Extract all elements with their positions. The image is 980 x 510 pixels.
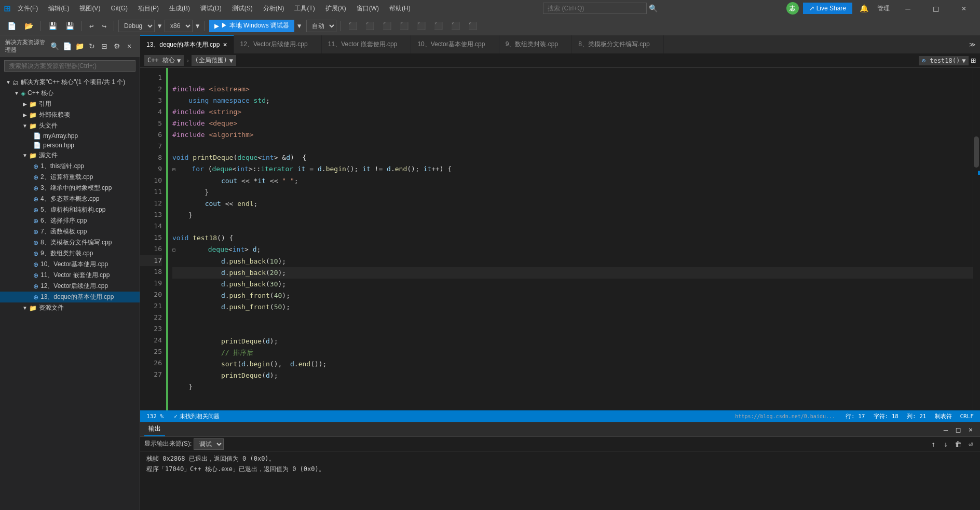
context-function[interactable]: ⊙ test18() ▼ (919, 56, 969, 65)
toolbar-undo[interactable]: ↩ (86, 20, 97, 32)
toolbar-save-all[interactable]: 💾 (62, 20, 77, 32)
tree-file-7[interactable]: ⊕8、类模板分文件编写.cpp (0, 237, 140, 248)
toolbar-debug-8[interactable]: ⬛ (465, 20, 480, 32)
panel-close-icon[interactable]: × (965, 424, 976, 435)
live-share-button[interactable]: ↗ Live Share (803, 3, 852, 14)
vertical-scrollbar[interactable] (973, 68, 980, 410)
tree-external-deps[interactable]: ▶ 📁 外部依赖项 (0, 109, 140, 120)
sidebar-collapse-icon[interactable]: ⊟ (99, 41, 110, 51)
sidebar-search-icon[interactable]: 🔍 (49, 41, 60, 51)
tab-0-close[interactable]: × (223, 40, 227, 49)
tree-file-12[interactable]: ⊕13、deque的基本使用.cpp (0, 292, 140, 302)
status-tab-type[interactable]: 制表符 (933, 412, 954, 420)
panel-expand-icon[interactable]: □ (953, 424, 963, 435)
sidebar-refresh-icon[interactable]: ↻ (87, 41, 97, 51)
tree-sources[interactable]: ▼ 📁 源文件 (0, 150, 140, 161)
tab-0[interactable]: 13、deque的基本使用.cpp × (140, 35, 234, 53)
tree-resources[interactable]: ▼ 📁 资源文件 (0, 302, 140, 313)
tree-file-3[interactable]: ⊕4、多态基本概念.cpp (0, 194, 140, 204)
menu-view[interactable]: 视图(V) (75, 2, 104, 15)
debug-config-dropdown[interactable]: Debug (118, 20, 155, 32)
sidebar-new-folder-icon[interactable]: 📁 (74, 41, 85, 51)
menu-file[interactable]: 文件(F) (13, 2, 42, 15)
title-search-input[interactable] (543, 3, 647, 14)
code-content[interactable]: #include <iostream> using namespace std;… (168, 68, 973, 410)
sidebar-settings-icon[interactable]: ⚙ (112, 41, 122, 51)
tree-file-10[interactable]: ⊕11、Vector 嵌套使用.cpp (0, 270, 140, 281)
sidebar-search-input[interactable] (4, 60, 135, 72)
tree-file-9[interactable]: ⊕10、Vector基本使用.cpp (0, 259, 140, 270)
menu-test[interactable]: 测试(S) (228, 2, 257, 15)
status-problems[interactable]: ✓ 未找到相关问题 (172, 412, 222, 420)
menu-extensions[interactable]: 扩展(X) (321, 2, 350, 15)
toolbar-open[interactable]: 📂 (21, 20, 36, 32)
tree-solution[interactable]: ▼ 🗂 解决方案"C++ 核心"(1 个项目/共 1 个) (0, 77, 140, 88)
tree-file-0[interactable]: ⊕1、this指针.cpp (0, 161, 140, 172)
context-scope[interactable]: (全局范围) ▼ (192, 55, 236, 66)
status-col[interactable]: 列: 21 (905, 412, 929, 420)
sidebar-close-icon[interactable]: × (124, 41, 134, 51)
toolbar-redo[interactable]: ↪ (99, 20, 109, 32)
tree-file-6[interactable]: ⊕7、函数模板.cpp (0, 226, 140, 237)
status-zoom[interactable]: 132 % (144, 413, 166, 420)
tree-headers[interactable]: ▼ 📁 头文件 (0, 120, 140, 131)
close-button[interactable]: × (952, 0, 976, 17)
menu-tools[interactable]: 工具(T) (290, 2, 319, 15)
menu-edit[interactable]: 编辑(E) (44, 2, 73, 15)
notifications-icon[interactable]: 🔔 (856, 1, 871, 16)
tab-4[interactable]: 9、数组类封装.cpp × (499, 35, 573, 53)
scrollbar-thumb[interactable] (974, 136, 979, 168)
toolbar-debug-3[interactable]: ⬛ (379, 20, 394, 32)
menu-project[interactable]: 项目(P) (134, 2, 163, 15)
tree-myarray[interactable]: 📄 myArray.hpp (0, 131, 140, 141)
tab-2[interactable]: 11、Vector 嵌套使用.cpp × (322, 35, 412, 53)
status-char[interactable]: 字符: 18 (872, 412, 901, 420)
tree-file-8[interactable]: ⊕9、数组类封装.cpp (0, 248, 140, 259)
run-button[interactable]: ▶ ▶ 本地 Windows 调试器 (209, 20, 294, 32)
platform-dropdown[interactable]: x86 (165, 20, 193, 32)
toolbar-debug-7[interactable]: ⬛ (448, 20, 463, 32)
minimize-button[interactable]: — (896, 0, 920, 17)
tab-5[interactable]: 8、类模板分文件编写.cpp × (572, 35, 664, 53)
tab-3[interactable]: 10、Vector基本使用.cpp × (411, 35, 499, 53)
toolbar-debug-4[interactable]: ⬛ (397, 20, 412, 32)
context-language[interactable]: C++ 核心 ▼ (144, 55, 184, 66)
editor-split-icon[interactable]: ⊞ (971, 56, 976, 65)
panel-minimize-icon[interactable]: — (941, 424, 951, 435)
tabs-more-button[interactable]: ≫ (965, 41, 980, 48)
auto-dropdown[interactable]: 自动 (306, 20, 336, 32)
tree-person[interactable]: 📄 person.hpp (0, 141, 140, 150)
tree-file-4[interactable]: ⊕5、虚析构和纯析构.cpp (0, 204, 140, 215)
menu-analyze[interactable]: 分析(N) (259, 2, 289, 15)
tree-project[interactable]: ▼ ◈ C++ 核心 (0, 88, 140, 99)
menu-git[interactable]: Git(G) (106, 3, 132, 14)
toolbar-new[interactable]: 📄 (4, 20, 19, 32)
sidebar-new-file-icon[interactable]: 📄 (62, 41, 72, 51)
tree-references[interactable]: ▶ 📁 引用 (0, 99, 140, 109)
toolbar-debug-5[interactable]: ⬛ (414, 20, 429, 32)
menu-window[interactable]: 窗口(W) (352, 2, 383, 15)
panel-tab-output[interactable]: 输出 (144, 422, 165, 436)
toolbar-debug-1[interactable]: ⬛ (345, 20, 360, 32)
toolbar-debug-2[interactable]: ⬛ (362, 20, 377, 32)
panel-clear-icon[interactable]: 🗑 (953, 439, 963, 449)
status-url[interactable]: https://blog.csdn.net/0.baidu... (733, 413, 837, 419)
panel-down-icon[interactable]: ↓ (941, 439, 951, 449)
tree-file-2[interactable]: ⊕3、继承中的对象模型.cpp (0, 183, 140, 194)
panel-wrap-icon[interactable]: ⏎ (965, 439, 976, 449)
maximize-button[interactable]: □ (924, 0, 948, 17)
tab-1[interactable]: 12、Vector后续使用.cpp × (234, 35, 322, 53)
tree-file-5[interactable]: ⊕6、选择排序.cpp (0, 215, 140, 226)
manage-label[interactable]: 管理 (875, 4, 892, 13)
tree-file-1[interactable]: ⊕2、运算符重载.cpp (0, 172, 140, 183)
menu-debug[interactable]: 调试(D) (196, 2, 226, 15)
tree-file-11[interactable]: ⊕12、Vector后续使用.cpp (0, 281, 140, 292)
toolbar-save[interactable]: 💾 (45, 20, 60, 32)
source-select[interactable]: 调试 (194, 438, 224, 450)
menu-build[interactable]: 生成(B) (165, 2, 194, 15)
status-line-ending[interactable]: CRLF (958, 413, 976, 420)
user-avatar[interactable]: 志 (786, 2, 799, 15)
toolbar-debug-6[interactable]: ⬛ (431, 20, 446, 32)
menu-help[interactable]: 帮助(H) (385, 2, 415, 15)
status-line[interactable]: 行: 17 (843, 412, 867, 420)
